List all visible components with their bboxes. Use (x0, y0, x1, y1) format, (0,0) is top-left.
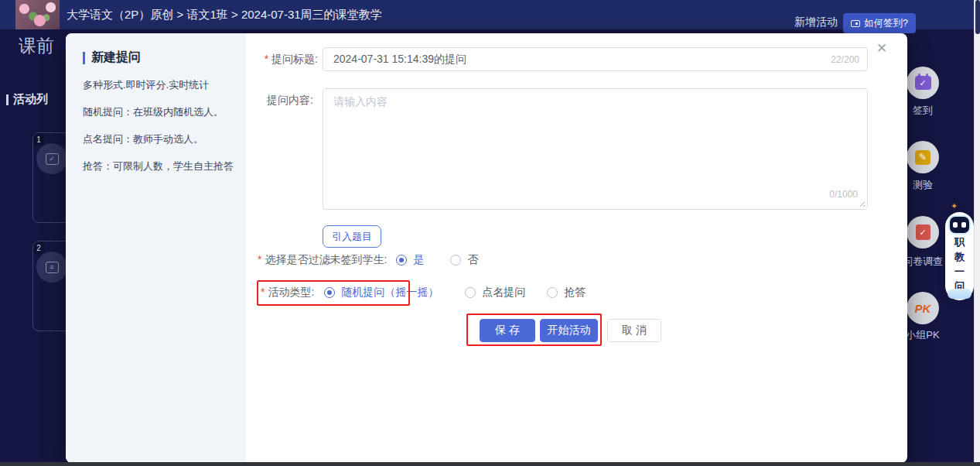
assistant-char: 教 (954, 249, 965, 264)
calendar-check-icon: ✓ (46, 153, 59, 165)
calendar-check-icon: ✓ (915, 76, 931, 90)
question-title-input[interactable] (333, 48, 797, 70)
resize-handle[interactable] (858, 200, 865, 207)
question-content-field-wrap: 0/1000 (323, 88, 868, 210)
radio-type-random[interactable] (324, 287, 335, 298)
radio-filter-yes[interactable] (396, 255, 407, 266)
add-activity-button[interactable]: 新增活动 (794, 15, 838, 29)
assistant-char: 职 (954, 235, 965, 249)
radio-filter-yes-label[interactable]: 是 (413, 253, 424, 267)
save-button[interactable]: 保 存 (480, 319, 535, 342)
sidebar-hint: 抢答：可限制人数，学生自主抢答 (83, 159, 234, 173)
activity-list-section-title: 活动列 (6, 92, 48, 107)
activity-type-label: *活动类型: (261, 286, 314, 300)
radio-type-pick-label[interactable]: 点名提问 (482, 286, 525, 300)
card-index-badge: 2 (33, 242, 44, 254)
sidebar-hint: 多种形式.即时评分.实时统计 (83, 78, 209, 92)
question-title-label: *提问标题: (251, 53, 318, 67)
question-title-field-wrap: 22/200 (323, 47, 868, 71)
close-icon[interactable]: ✕ (876, 40, 887, 57)
import-question-button[interactable]: 引入题目 (323, 225, 381, 248)
scrollbar-track[interactable] (974, 0, 980, 466)
rail-item-group-pk[interactable]: PK (907, 292, 939, 324)
title-char-counter: 22/200 (831, 54, 859, 65)
robot-icon (948, 215, 971, 235)
modal-sidebar: 新建提问 多种形式.即时评分.实时统计 随机提问：在班级内随机选人。 点名提问：… (66, 33, 246, 463)
question-content-textarea[interactable] (333, 95, 813, 188)
page-title: 课前（ (19, 34, 72, 58)
filter-label: *选择是否过滤未签到学生: (258, 253, 387, 267)
cloud-decoration (948, 289, 971, 299)
camera-icon (851, 20, 860, 27)
sidebar-hint: 点名提问：教师手动选人。 (83, 132, 203, 146)
assistant-char: 一 (954, 264, 965, 279)
bottom-edge-bar (0, 462, 980, 466)
sparkle-icon: ✦ (951, 201, 958, 211)
radio-type-random-label[interactable]: 随机提问（摇一摇） (341, 286, 439, 300)
scrollbar-thumb[interactable] (975, 0, 980, 34)
required-asterisk: * (265, 53, 268, 65)
title-accent-bar (83, 52, 85, 64)
radio-filter-no[interactable] (450, 255, 461, 266)
how-to-signin-button[interactable]: 如何签到? (843, 13, 916, 33)
rail-item-signin[interactable]: ✓ (907, 67, 939, 99)
content-char-counter: 0/1000 (829, 189, 858, 200)
card-index-badge: 1 (33, 133, 44, 146)
activity-icon-circle: ✓ (36, 143, 67, 174)
radio-type-rush-label[interactable]: 抢答 (564, 286, 586, 300)
sidebar-hint: 随机提问：在班级内随机选人。 (83, 105, 224, 119)
clipboard-icon: ≡ (46, 262, 59, 273)
rail-item-quiz[interactable]: ✎ (907, 141, 939, 173)
doc-pencil-icon: ✎ (915, 150, 930, 165)
pk-icon: PK (915, 302, 931, 315)
assistant-widget[interactable]: 职 教 一 问 (945, 212, 974, 300)
start-activity-button[interactable]: 开始活动 (540, 319, 598, 342)
doc-check-icon: ✓ (916, 224, 930, 240)
activity-icon-circle: ≡ (36, 252, 67, 283)
modal-title: 新建提问 (83, 50, 141, 66)
cancel-button[interactable]: 取 消 (607, 319, 661, 342)
rail-item-survey[interactable]: ✓ (907, 216, 939, 248)
section-bar (6, 94, 9, 105)
how-to-signin-label: 如何签到? (864, 17, 908, 30)
radio-type-rush[interactable] (547, 287, 558, 298)
question-content-label: 提问内容: (267, 94, 313, 108)
breadcrumb: 大学语文（2P）原创 > 语文1班 > 2024-07-31周三的课堂教学 (67, 8, 382, 22)
radio-filter-no-label[interactable]: 否 (467, 253, 478, 267)
activity-type-row: *活动类型: 随机提问（摇一摇） 点名提问 抢答 (261, 285, 586, 300)
radio-type-pick[interactable] (465, 287, 476, 298)
course-cover-image (15, 0, 60, 29)
filter-unsigned-row: *选择是否过滤未签到学生: 是 否 (258, 252, 478, 268)
new-question-modal: 新建提问 多种形式.即时评分.实时统计 随机提问：在班级内随机选人。 点名提问：… (66, 33, 907, 463)
